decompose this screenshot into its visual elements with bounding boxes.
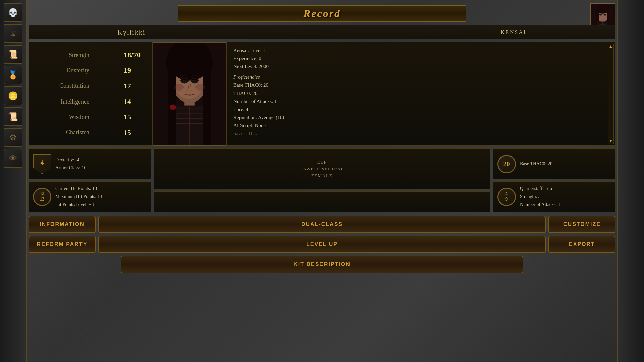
stat-row-dexterity: Dexterity 19 — [36, 65, 146, 75]
svg-point-36 — [170, 105, 176, 110]
detail-experience: Experience: 0 — [233, 54, 601, 62]
bottom-right-panel: 20 Base THAC0: 20 4 9 Quarterstaff: 1d6 … — [493, 148, 615, 212]
reform-party-button[interactable]: REFORM PARTY — [29, 236, 96, 253]
stats-info-panel[interactable]: ▲ ▼ Kensai: Level 1 Experience: 0 Next L… — [226, 42, 615, 146]
detail-num-attacks: Number of Attacks: 1 — [233, 97, 601, 105]
dexterity-value: 19 — [119, 66, 146, 75]
sidebar-icon-skull[interactable]: 💀 — [4, 3, 22, 22]
sidebar-icon-coin[interactable]: 🪙 — [4, 86, 22, 105]
portrait-image — [153, 43, 226, 145]
wisdom-label: Wisdom — [36, 114, 89, 121]
weapon-strength-text: Strength: 3 — [520, 193, 560, 201]
intelligence-value: 14 — [119, 97, 146, 106]
weapon-badge-top: 4 — [505, 191, 508, 197]
thaco-label-text: Base THAC0: 20 — [520, 160, 552, 168]
thaco-badge-value: 20 — [503, 160, 510, 168]
right-sidebar — [617, 0, 644, 362]
stat-row-strength: Strength 18/70 — [36, 50, 146, 60]
customize-button[interactable]: CUSTOMIZE — [548, 216, 615, 233]
ac-badge: 4 — [33, 154, 51, 174]
constitution-label: Constitution — [36, 82, 89, 89]
character-portrait-main[interactable] — [153, 42, 226, 146]
intelligence-label: Intelligence — [36, 98, 89, 105]
weapon-name-text: Quarterstaff: 1d6 — [520, 185, 560, 193]
stats-panel: Strength 18/70 Dexterity 19 Constitution… — [29, 42, 615, 146]
stat-row-wisdom: Wisdom 15 — [36, 112, 146, 122]
thaco-info: Base THAC0: 20 — [520, 160, 552, 168]
sidebar-icon-gear[interactable]: ⚙ — [4, 128, 22, 147]
thaco-box: 20 Base THAC0: 20 — [493, 148, 615, 179]
kit-description-button[interactable]: KIT DESCRIPTION — [121, 256, 524, 273]
weapon-attacks-text: Number of Attacks: 1 — [520, 201, 560, 209]
small-box-center — [154, 191, 490, 212]
ac-badge-value: 4 — [41, 159, 44, 167]
detail-lore: Lore: 4 — [233, 105, 601, 113]
svg-rect-28 — [203, 69, 211, 145]
detail-next-level: Next Level: 2000 — [233, 62, 601, 70]
ac-info: Dexterity: -4 Armor Class: 10 — [55, 156, 87, 172]
detail-thaco: THAC0: 20 — [233, 89, 601, 97]
svg-point-29 — [183, 57, 196, 74]
weapon-box: 4 9 Quarterstaff: 1d6 Strength: 3 Number… — [493, 181, 615, 212]
scroll-down-arrow[interactable]: ▼ — [608, 138, 613, 144]
gender-text: FEMALE — [311, 173, 333, 178]
detail-saves-partial: Saves: Th... — [233, 131, 601, 136]
sidebar-icon-map[interactable]: 📜 — [4, 107, 22, 126]
character-class: KENSAI — [501, 29, 527, 35]
sidebar-icon-sword[interactable]: ⚔ — [4, 24, 22, 43]
dual-class-button[interactable]: DUAL-CLASS — [98, 216, 546, 233]
bottom-center-panel: ELF LAWFUL NEUTRAL FEMALE — [154, 148, 490, 212]
buttons-area: INFORMATION REFORM PARTY DUAL-CLASS LEVE… — [29, 216, 615, 273]
detail-proficiencies-header: Proficiencies — [233, 73, 601, 81]
wisdom-value: 15 — [119, 113, 146, 121]
strength-value: 18/70 — [119, 51, 146, 59]
detail-kensai-level: Kensai: Level 1 — [233, 46, 601, 54]
bottom-panel: 4 Dexterity: -4 Armor Class: 10 13 13 Cu… — [29, 148, 615, 212]
weapon-badge-bottom: 9 — [505, 197, 508, 202]
sidebar-icon-eye[interactable]: 👁 — [4, 149, 22, 168]
strength-label: Strength — [36, 52, 89, 59]
title-bar: Record — [178, 5, 466, 22]
scroll-up-arrow[interactable]: ▲ — [608, 44, 613, 49]
scrollbar[interactable]: ▲ ▼ — [608, 44, 614, 144]
svg-point-35 — [195, 84, 205, 90]
export-button[interactable]: EXPORT — [548, 236, 615, 253]
level-up-button[interactable]: LEVEL UP — [98, 236, 546, 253]
ac-box: 4 Dexterity: -4 Armor Class: 10 — [29, 148, 151, 179]
weapon-badge: 4 9 — [497, 188, 516, 206]
ac-text: Armor Class: 10 — [55, 164, 87, 172]
detail-ai-script: AI Script: None — [233, 121, 601, 129]
stat-row-charisma: Charisma 15 — [36, 128, 146, 138]
hp-current-text: Current Hit Points: 13 — [55, 185, 102, 193]
dexterity-label: Dexterity — [36, 67, 89, 74]
alignment-text: LAWFUL NEUTRAL — [300, 166, 344, 172]
ac-dex-text: Dexterity: -4 — [55, 156, 87, 164]
hp-badge: 13 13 — [33, 188, 51, 206]
hp-box: 13 13 Current Hit Points: 13 Maximum Hit… — [29, 181, 151, 212]
detail-base-thaco: Base THAC0: 20 — [233, 81, 601, 89]
stat-row-intelligence: Intelligence 14 — [36, 97, 146, 107]
char-info-box: ELF LAWFUL NEUTRAL FEMALE — [154, 148, 490, 189]
hp-per-level-text: Hit Points/Level: +3 — [55, 201, 102, 209]
constitution-value: 17 — [119, 82, 146, 90]
svg-point-31 — [191, 78, 199, 84]
left-sidebar: 💀 ⚔ 📜 🏅 🪙 📜 ⚙ 👁 — [0, 0, 27, 362]
svg-point-34 — [174, 84, 184, 90]
hp-max-badge: 13 — [40, 197, 45, 202]
race-text: ELF — [317, 160, 327, 165]
hp-max-text: Maximum Hit Points: 13 — [55, 193, 102, 201]
bottom-left-panel: 4 Dexterity: -4 Armor Class: 10 13 13 Cu… — [29, 148, 151, 212]
information-button[interactable]: INFORMATION — [29, 216, 96, 233]
hp-current-badge: 13 — [40, 191, 45, 197]
stat-row-constitution: Constitution 17 — [36, 81, 146, 91]
main-content: Record Kyllikki KENSAI Strength 18/70 De… — [29, 3, 615, 359]
hp-info: Current Hit Points: 13 Maximum Hit Point… — [55, 185, 102, 208]
sidebar-icon-trophy[interactable]: 🏅 — [4, 66, 22, 84]
page-title: Record — [303, 7, 341, 20]
name-divider — [323, 27, 323, 37]
charisma-value: 15 — [119, 128, 146, 137]
sidebar-icon-scroll[interactable]: 📜 — [4, 45, 22, 64]
name-bar: Kyllikki KENSAI — [29, 25, 615, 39]
charisma-label: Charisma — [36, 129, 89, 136]
detail-reputation: Reputation: Average (10) — [233, 113, 601, 121]
